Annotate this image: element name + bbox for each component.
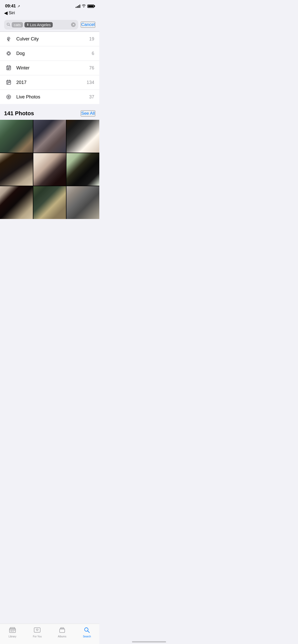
year-2017-count: 134: [87, 80, 94, 85]
clear-search-button[interactable]: ✕: [71, 22, 76, 27]
photo-cell-8[interactable]: [33, 186, 66, 219]
live-photos-count: 37: [89, 94, 94, 100]
culver-city-icon: [5, 35, 12, 42]
siri-back-button[interactable]: ◀ Siri: [4, 10, 94, 16]
result-culver-city[interactable]: Culver City 19: [0, 32, 99, 46]
status-left: 09:41 ↗: [5, 4, 20, 9]
svg-point-5: [8, 52, 10, 54]
cats-token[interactable]: cats: [12, 22, 23, 27]
year-2017-label: 2017: [16, 80, 83, 85]
search-bar-area: cats ⬇ Los Angeles ✕ Cancel: [0, 18, 99, 32]
photo-cell-4[interactable]: [0, 153, 33, 186]
photo-cell-2[interactable]: [33, 120, 66, 153]
result-dog[interactable]: Dog 6: [0, 46, 99, 61]
live-photos-label: Live Photos: [16, 94, 85, 100]
back-arrow-icon: ◀: [4, 10, 8, 16]
see-all-button[interactable]: See All: [81, 110, 95, 116]
winter-count: 76: [89, 65, 94, 71]
photo-grid: [0, 120, 99, 219]
winter-label: Winter: [16, 65, 85, 71]
location-token-icon: ⬇: [26, 23, 29, 26]
photo-cell-9[interactable]: [66, 186, 99, 219]
photo-image-1: [0, 120, 33, 153]
result-2017[interactable]: 2017 134: [0, 75, 99, 90]
search-bar[interactable]: cats ⬇ Los Angeles ✕: [4, 20, 78, 30]
siri-back-label: Siri: [9, 10, 15, 16]
search-icon: [7, 23, 10, 27]
culver-city-count: 19: [89, 36, 94, 42]
live-photos-icon: [5, 93, 12, 100]
photos-header: 141 Photos See All: [0, 110, 99, 120]
svg-rect-23: [7, 82, 8, 83]
results-list: Culver City 19 Dog 6: [0, 32, 99, 104]
photos-count-label: 141 Photos: [4, 110, 34, 117]
culver-city-label: Culver City: [16, 36, 85, 42]
svg-rect-15: [8, 68, 9, 68]
dog-icon: [5, 50, 12, 57]
svg-rect-17: [7, 69, 8, 69]
battery-icon: [87, 5, 94, 8]
photo-image-3: [66, 120, 99, 153]
status-time: 09:41: [5, 4, 16, 9]
photo-cell-1[interactable]: [0, 120, 33, 153]
clear-icon: ✕: [72, 23, 75, 26]
svg-line-1: [9, 25, 10, 26]
photo-cell-6[interactable]: [66, 153, 99, 186]
cancel-button[interactable]: Cancel: [81, 22, 95, 28]
status-right: [76, 4, 94, 8]
photo-image-4: [0, 153, 33, 186]
photo-cell-5[interactable]: [33, 153, 66, 186]
photo-cell-3[interactable]: [66, 120, 99, 153]
search-tokens: cats ⬇ Los Angeles: [12, 22, 70, 27]
status-bar: 09:41 ↗: [0, 0, 99, 10]
photos-section: 141 Photos See All: [0, 104, 99, 219]
wifi-icon: [82, 4, 86, 8]
los-angeles-token[interactable]: ⬇ Los Angeles: [24, 22, 53, 27]
calendar-2017-icon: [5, 79, 12, 86]
dog-count: 6: [92, 51, 94, 56]
svg-rect-14: [7, 68, 8, 68]
siri-nav: ◀ Siri: [0, 10, 99, 18]
result-live-photos[interactable]: Live Photos 37: [0, 90, 99, 104]
winter-icon: [5, 64, 12, 71]
photo-cell-7[interactable]: [0, 186, 33, 219]
photo-image-9: [66, 186, 99, 219]
signal-bars-icon: [76, 5, 80, 8]
svg-point-29: [8, 96, 9, 98]
dog-label: Dog: [16, 51, 88, 56]
svg-rect-16: [9, 68, 10, 68]
svg-point-3: [8, 38, 9, 39]
photo-image-5: [33, 153, 66, 186]
svg-rect-25: [9, 82, 10, 83]
location-arrow-icon: ↗: [17, 4, 20, 8]
los-angeles-token-label: Los Angeles: [30, 23, 51, 27]
svg-rect-24: [8, 82, 9, 83]
result-winter[interactable]: Winter 76: [0, 61, 99, 75]
svg-rect-26: [7, 83, 8, 84]
photo-image-6: [66, 153, 99, 186]
photo-image-7: [0, 186, 33, 219]
photo-image-2: [33, 120, 66, 153]
svg-rect-18: [8, 69, 9, 69]
photo-image-8: [33, 186, 66, 219]
